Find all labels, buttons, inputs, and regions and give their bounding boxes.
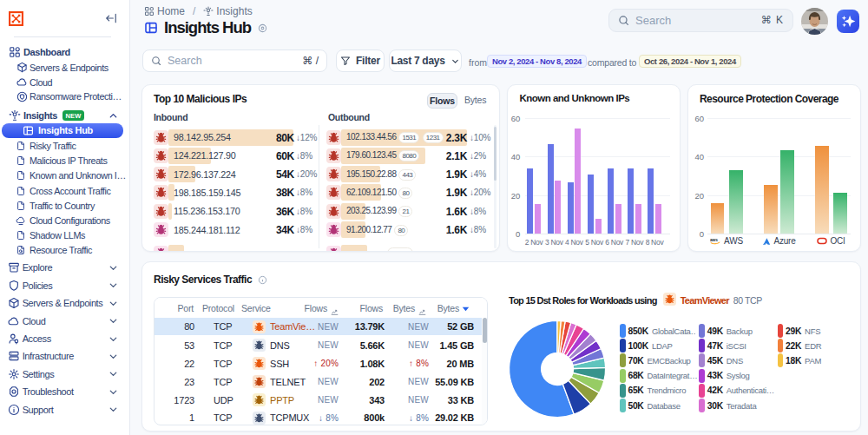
svg-text:aws: aws bbox=[710, 238, 718, 242]
